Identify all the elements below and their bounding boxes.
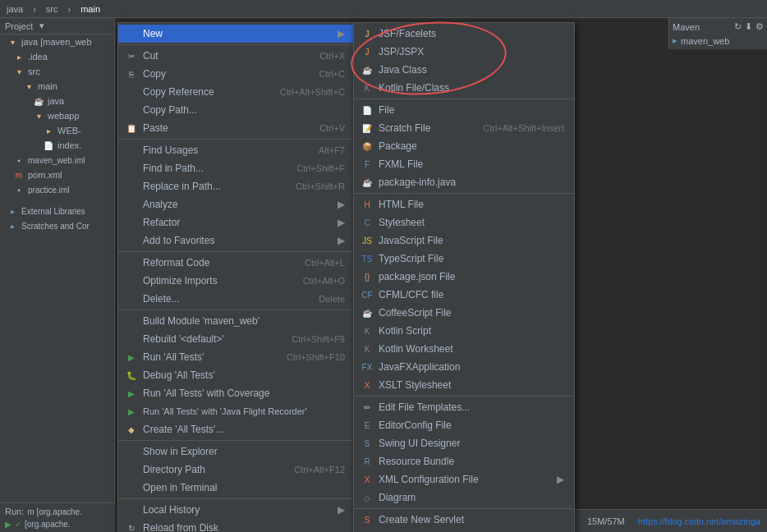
tree-item-idea[interactable]: ▸ .idea	[0, 49, 114, 64]
tree-item-root[interactable]: ▾ java [maven_web	[0, 34, 114, 49]
submenu-item-diagram[interactable]: ◇ Diagram	[354, 488, 574, 507]
menu-item-copy[interactable]: ⎘ Copy Ctrl+C	[118, 65, 355, 83]
maven-project: maven_web	[681, 36, 729, 46]
menu-item-paste[interactable]: 📋 Paste Ctrl+V	[118, 119, 355, 137]
run-text: Run:	[5, 507, 24, 516]
menu-item-new[interactable]: New ▶	[118, 25, 355, 43]
submenu-item-package[interactable]: 📦 Package	[354, 137, 574, 155]
html-icon: H	[361, 198, 374, 211]
breadcrumb-sep2: ›	[68, 4, 71, 14]
submenu-item-javafx[interactable]: FX JavaFXApplication	[354, 358, 574, 376]
find-path-icon	[125, 162, 138, 175]
tree-label-java: java	[48, 96, 64, 106]
menu-item-show-explorer[interactable]: Show in Explorer	[118, 443, 355, 461]
submenu-item-servlet[interactable]: S Create New Servlet	[354, 511, 574, 529]
breadcrumb-java[interactable]: java	[7, 4, 23, 14]
expand-icon[interactable]: ▸	[673, 35, 677, 46]
submenu-item-edit-templates[interactable]: ✏ Edit File Templates...	[354, 398, 574, 416]
submenu-item-jsf[interactable]: J JSF/Facelets	[354, 25, 574, 43]
project-header[interactable]: Project ▾	[0, 18, 114, 34]
submenu-item-coffee[interactable]: ☕ CoffeeScript File	[354, 304, 574, 322]
menu-item-reload[interactable]: ↻ Reload from Disk	[118, 519, 355, 532]
new-submenu[interactable]: J JSF/Facelets J JSP/JSPX ☕ Java Class K…	[353, 22, 575, 532]
breadcrumb-src[interactable]: src	[46, 4, 58, 14]
tree-item-webapp[interactable]: ▾ webapp	[0, 108, 114, 123]
tree-label-root: java [maven_web	[21, 37, 92, 47]
menu-item-run-tests[interactable]: ▶ Run 'All Tests' Ctrl+Shift+F10	[118, 348, 355, 366]
menu-item-find-usages[interactable]: Find Usages Alt+F7	[118, 141, 355, 159]
submenu-item-java-class[interactable]: ☕ Java Class	[354, 61, 574, 79]
file-new-icon: 📄	[361, 103, 374, 117]
servlet-icon: S	[361, 513, 374, 526]
tree-item-pom[interactable]: m pom.xml	[0, 167, 114, 182]
js-icon: JS	[361, 234, 374, 247]
explorer-icon	[125, 445, 138, 458]
menu-item-refactor[interactable]: Refactor ▶	[118, 213, 355, 232]
menu-item-directory-path[interactable]: Directory Path Ctrl+Alt+F12	[118, 461, 355, 479]
menu-item-build-module[interactable]: Build Module 'maven_web'	[118, 312, 355, 330]
submenu-item-fxml[interactable]: F FXML File	[354, 155, 574, 173]
submenu-item-jsp[interactable]: J JSP/JSPX	[354, 43, 574, 61]
tree-item-practice[interactable]: ▪ practice.iml	[0, 182, 114, 197]
reformat-icon	[125, 256, 138, 269]
breadcrumb-main[interactable]: main	[80, 4, 100, 14]
submenu-item-kotlin-class[interactable]: K Kotlin File/Class	[354, 79, 574, 97]
submenu-item-filter[interactable]: ▽ Create New Filter	[354, 529, 574, 532]
tree-item-src[interactable]: ▾ src	[0, 64, 114, 79]
submenu-item-kotlin-worksheet[interactable]: K Kotlin Worksheet	[354, 340, 574, 358]
submenu-item-package-info[interactable]: ☕ package-info.java	[354, 173, 574, 191]
sub-sep-2	[354, 193, 574, 194]
submenu-item-kotlin-script[interactable]: K Kotlin Script	[354, 322, 574, 340]
file-icon: ▪	[13, 184, 25, 195]
menu-item-cut[interactable]: ✂ Cut Ctrl+X	[118, 47, 355, 65]
menu-item-analyze[interactable]: Analyze ▶	[118, 195, 355, 213]
download-icon[interactable]: ⬇	[745, 21, 752, 32]
submenu-item-cfml[interactable]: CF CFML/CFC file	[354, 286, 574, 304]
diagram-icon: ◇	[361, 491, 374, 504]
submenu-item-resource[interactable]: R Resource Bundle	[354, 452, 574, 470]
context-menu[interactable]: New ▶ ✂ Cut Ctrl+X ⎘ Copy Ctrl+C Copy Re…	[117, 22, 356, 532]
menu-item-run-coverage[interactable]: ▶ Run 'All Tests' with Coverage	[118, 384, 355, 402]
breadcrumb-sep1: ›	[33, 4, 36, 14]
submenu-item-scratch[interactable]: 📝 Scratch File Ctrl+Alt+Shift+Insert	[354, 119, 574, 137]
menu-item-run-flight[interactable]: ▶ Run 'All Tests' with 'Java Flight Reco…	[118, 402, 355, 420]
run-item-active[interactable]: ▶ ✓ [org.apache.	[0, 518, 115, 530]
green-check-icon: ✓	[15, 520, 21, 529]
submenu-item-swing[interactable]: S Swing UI Designer	[354, 434, 574, 452]
coverage-icon: ▶	[125, 387, 138, 400]
menu-item-optimize-imports[interactable]: Optimize Imports Ctrl+Alt+O	[118, 272, 355, 290]
tree-item-java[interactable]: ☕ java	[0, 94, 114, 108]
submenu-item-html[interactable]: H HTML File	[354, 195, 574, 213]
menu-item-copy-path[interactable]: Copy Path...	[118, 101, 355, 119]
menu-item-rebuild[interactable]: Rebuild '<default>' Ctrl+Shift+F9	[118, 330, 355, 348]
menu-item-open-terminal[interactable]: Open in Terminal	[118, 479, 355, 497]
tree-item-iml[interactable]: ▪ maven_web.iml	[0, 153, 114, 167]
menu-item-reformat[interactable]: Reformat Code Ctrl+Alt+L	[118, 254, 355, 272]
menu-item-replace-in-path[interactable]: Replace in Path... Ctrl+Shift+R	[118, 177, 355, 195]
submenu-item-editorconfig[interactable]: E EditorConfig File	[354, 416, 574, 434]
menu-item-add-favorites[interactable]: Add to Favorites ▶	[118, 232, 355, 250]
tree-item-web[interactable]: ▸ WEB-	[0, 123, 114, 138]
menu-item-delete[interactable]: Delete... Delete	[118, 290, 355, 308]
settings-icon[interactable]: ⚙	[756, 21, 764, 32]
menu-item-find-in-path[interactable]: Find in Path... Ctrl+Shift+F	[118, 159, 355, 177]
submenu-item-xslt[interactable]: X XSLT Stylesheet	[354, 376, 574, 394]
tree-item-main[interactable]: ▾ main	[0, 79, 114, 94]
menu-item-copy-reference[interactable]: Copy Reference Ctrl+Alt+Shift+C	[118, 83, 355, 101]
refresh-icon[interactable]: ↻	[734, 21, 742, 32]
submenu-item-js[interactable]: JS JavaScript File	[354, 232, 574, 250]
menu-item-create-tests[interactable]: ◆ Create 'All Tests'...	[118, 420, 355, 438]
tree-item-index[interactable]: 📄 index.	[0, 138, 114, 153]
menu-item-debug-tests[interactable]: 🐛 Debug 'All Tests'	[118, 366, 355, 384]
tree-item-external-libs[interactable]: ▸ External Libraries	[0, 204, 114, 218]
find-icon	[125, 144, 138, 157]
submenu-item-xml-config[interactable]: X XML Configuration File ▶	[354, 470, 574, 488]
submenu-item-file[interactable]: 📄 File	[354, 101, 574, 119]
menu-sep-1	[118, 44, 355, 45]
submenu-item-ts[interactable]: TS TypeScript File	[354, 250, 574, 268]
tree-item-scratches[interactable]: ▸ Scratches and Cor	[0, 218, 114, 233]
menu-item-local-history[interactable]: Local History ▶	[118, 501, 355, 519]
submenu-item-json[interactable]: {} package.json File	[354, 268, 574, 286]
submenu-item-stylesheet[interactable]: C Stylesheet	[354, 213, 574, 232]
run-label: Run: m [org.apache.	[0, 505, 115, 518]
